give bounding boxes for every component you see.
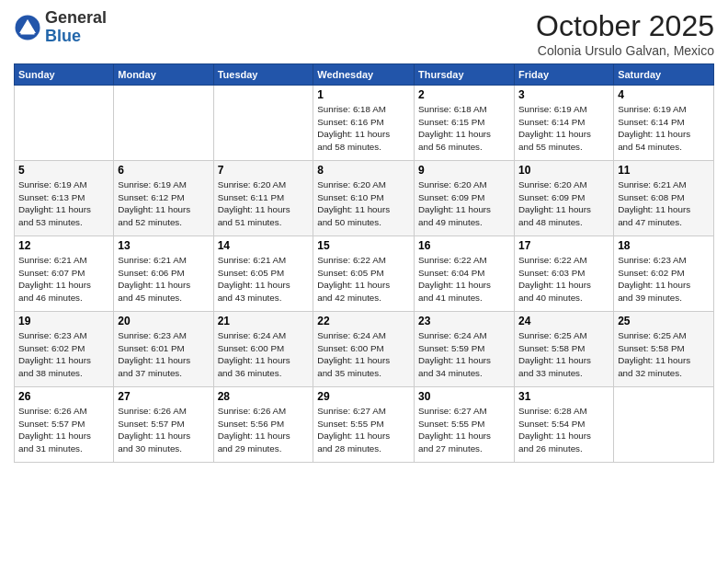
calendar-cell: 24Sunrise: 6:25 AM Sunset: 5:58 PM Dayli…	[515, 312, 614, 387]
day-info: Sunrise: 6:24 AM Sunset: 6:00 PM Dayligh…	[218, 329, 310, 380]
logo-blue: Blue	[45, 28, 107, 46]
calendar-cell: 28Sunrise: 6:26 AM Sunset: 5:56 PM Dayli…	[213, 387, 313, 463]
day-info: Sunrise: 6:19 AM Sunset: 6:13 PM Dayligh…	[18, 178, 109, 229]
calendar-header-row: Sunday Monday Tuesday Wednesday Thursday…	[15, 64, 714, 86]
calendar-cell: 31Sunrise: 6:28 AM Sunset: 5:54 PM Dayli…	[515, 387, 614, 463]
day-number: 1	[317, 88, 410, 101]
day-number: 9	[418, 164, 510, 177]
calendar-cell: 30Sunrise: 6:27 AM Sunset: 5:55 PM Dayli…	[415, 387, 515, 463]
day-number: 15	[317, 239, 410, 252]
calendar-cell: 9Sunrise: 6:20 AM Sunset: 6:09 PM Daylig…	[415, 161, 515, 236]
day-info: Sunrise: 6:21 AM Sunset: 6:08 PM Dayligh…	[618, 178, 710, 229]
calendar-week-row: 5Sunrise: 6:19 AM Sunset: 6:13 PM Daylig…	[15, 161, 714, 236]
day-info: Sunrise: 6:25 AM Sunset: 5:58 PM Dayligh…	[618, 329, 710, 380]
calendar-cell: 21Sunrise: 6:24 AM Sunset: 6:00 PM Dayli…	[213, 312, 313, 387]
day-number: 13	[118, 239, 209, 252]
day-number: 29	[317, 390, 410, 403]
day-info: Sunrise: 6:20 AM Sunset: 6:09 PM Dayligh…	[418, 178, 510, 229]
calendar-cell: 3Sunrise: 6:19 AM Sunset: 6:14 PM Daylig…	[515, 86, 614, 161]
day-info: Sunrise: 6:26 AM Sunset: 5:57 PM Dayligh…	[18, 405, 109, 455]
calendar-cell: 4Sunrise: 6:19 AM Sunset: 6:14 PM Daylig…	[614, 86, 714, 161]
day-number: 11	[618, 164, 710, 177]
day-info: Sunrise: 6:21 AM Sunset: 6:05 PM Dayligh…	[218, 254, 310, 304]
col-wednesday: Wednesday	[313, 64, 415, 86]
day-number: 14	[218, 239, 310, 252]
calendar-cell: 11Sunrise: 6:21 AM Sunset: 6:08 PM Dayli…	[614, 161, 714, 236]
day-number: 24	[518, 315, 609, 327]
logo-area: General Blue	[14, 9, 107, 46]
calendar-cell: 26Sunrise: 6:26 AM Sunset: 5:57 PM Dayli…	[15, 387, 114, 463]
month-title: October 2025	[536, 9, 714, 43]
calendar-cell: 5Sunrise: 6:19 AM Sunset: 6:13 PM Daylig…	[15, 161, 114, 236]
svg-rect-2	[21, 31, 35, 34]
calendar-cell: 18Sunrise: 6:23 AM Sunset: 6:02 PM Dayli…	[614, 236, 714, 312]
calendar-cell: 29Sunrise: 6:27 AM Sunset: 5:55 PM Dayli…	[313, 387, 415, 463]
day-number: 5	[18, 164, 109, 177]
logo-icon	[14, 14, 41, 41]
day-number: 23	[418, 315, 510, 327]
day-number: 8	[317, 164, 410, 177]
day-number: 16	[418, 239, 510, 252]
calendar-cell: 12Sunrise: 6:21 AM Sunset: 6:07 PM Dayli…	[15, 236, 114, 312]
day-info: Sunrise: 6:22 AM Sunset: 6:03 PM Dayligh…	[518, 254, 609, 304]
day-info: Sunrise: 6:26 AM Sunset: 5:56 PM Dayligh…	[218, 405, 310, 455]
location-title: Colonia Ursulo Galvan, Mexico	[536, 43, 714, 58]
calendar-cell: 15Sunrise: 6:22 AM Sunset: 6:05 PM Dayli…	[313, 236, 415, 312]
day-info: Sunrise: 6:27 AM Sunset: 5:55 PM Dayligh…	[418, 405, 510, 455]
col-thursday: Thursday	[415, 64, 515, 86]
day-number: 28	[218, 390, 310, 403]
calendar-cell	[15, 86, 114, 161]
day-number: 25	[618, 315, 710, 327]
day-info: Sunrise: 6:23 AM Sunset: 6:02 PM Dayligh…	[18, 329, 109, 380]
day-info: Sunrise: 6:19 AM Sunset: 6:14 PM Dayligh…	[518, 103, 609, 154]
day-info: Sunrise: 6:20 AM Sunset: 6:11 PM Dayligh…	[218, 178, 310, 229]
day-info: Sunrise: 6:18 AM Sunset: 6:16 PM Dayligh…	[317, 103, 410, 154]
calendar-week-row: 26Sunrise: 6:26 AM Sunset: 5:57 PM Dayli…	[15, 387, 714, 463]
col-saturday: Saturday	[614, 64, 714, 86]
page: General Blue October 2025 Colonia Ursulo…	[0, 0, 728, 563]
calendar-week-row: 12Sunrise: 6:21 AM Sunset: 6:07 PM Dayli…	[15, 236, 714, 312]
day-number: 6	[118, 164, 209, 177]
header: General Blue October 2025 Colonia Ursulo…	[14, 9, 714, 58]
calendar: Sunday Monday Tuesday Wednesday Thursday…	[14, 63, 714, 463]
calendar-week-row: 1Sunrise: 6:18 AM Sunset: 6:16 PM Daylig…	[15, 86, 714, 161]
day-info: Sunrise: 6:28 AM Sunset: 5:54 PM Dayligh…	[518, 405, 609, 455]
day-info: Sunrise: 6:23 AM Sunset: 6:01 PM Dayligh…	[118, 329, 209, 380]
day-number: 30	[418, 390, 510, 403]
day-number: 18	[618, 239, 710, 252]
calendar-cell: 16Sunrise: 6:22 AM Sunset: 6:04 PM Dayli…	[415, 236, 515, 312]
day-number: 7	[218, 164, 310, 177]
calendar-cell: 13Sunrise: 6:21 AM Sunset: 6:06 PM Dayli…	[114, 236, 213, 312]
logo-general: General	[45, 9, 107, 28]
col-monday: Monday	[114, 64, 213, 86]
day-number: 3	[518, 88, 609, 101]
day-number: 21	[218, 315, 310, 327]
day-number: 31	[518, 390, 609, 403]
day-info: Sunrise: 6:27 AM Sunset: 5:55 PM Dayligh…	[317, 405, 410, 455]
day-number: 27	[118, 390, 209, 403]
calendar-cell: 27Sunrise: 6:26 AM Sunset: 5:57 PM Dayli…	[114, 387, 213, 463]
calendar-week-row: 19Sunrise: 6:23 AM Sunset: 6:02 PM Dayli…	[15, 312, 714, 387]
title-area: October 2025 Colonia Ursulo Galvan, Mexi…	[536, 9, 714, 58]
calendar-cell: 10Sunrise: 6:20 AM Sunset: 6:09 PM Dayli…	[515, 161, 614, 236]
calendar-cell: 2Sunrise: 6:18 AM Sunset: 6:15 PM Daylig…	[415, 86, 515, 161]
day-number: 4	[618, 88, 710, 101]
calendar-cell: 20Sunrise: 6:23 AM Sunset: 6:01 PM Dayli…	[114, 312, 213, 387]
day-info: Sunrise: 6:22 AM Sunset: 6:05 PM Dayligh…	[317, 254, 410, 304]
day-info: Sunrise: 6:23 AM Sunset: 6:02 PM Dayligh…	[618, 254, 710, 304]
day-info: Sunrise: 6:20 AM Sunset: 6:09 PM Dayligh…	[518, 178, 609, 229]
col-sunday: Sunday	[15, 64, 114, 86]
day-info: Sunrise: 6:21 AM Sunset: 6:07 PM Dayligh…	[18, 254, 109, 304]
calendar-cell: 6Sunrise: 6:19 AM Sunset: 6:12 PM Daylig…	[114, 161, 213, 236]
calendar-cell: 22Sunrise: 6:24 AM Sunset: 6:00 PM Dayli…	[313, 312, 415, 387]
day-number: 17	[518, 239, 609, 252]
day-info: Sunrise: 6:22 AM Sunset: 6:04 PM Dayligh…	[418, 254, 510, 304]
day-info: Sunrise: 6:25 AM Sunset: 5:58 PM Dayligh…	[518, 329, 609, 380]
day-info: Sunrise: 6:19 AM Sunset: 6:14 PM Dayligh…	[618, 103, 710, 154]
day-number: 10	[518, 164, 609, 177]
day-info: Sunrise: 6:24 AM Sunset: 5:59 PM Dayligh…	[418, 329, 510, 380]
day-number: 12	[18, 239, 109, 252]
col-friday: Friday	[515, 64, 614, 86]
day-number: 2	[418, 88, 510, 101]
day-info: Sunrise: 6:21 AM Sunset: 6:06 PM Dayligh…	[118, 254, 209, 304]
